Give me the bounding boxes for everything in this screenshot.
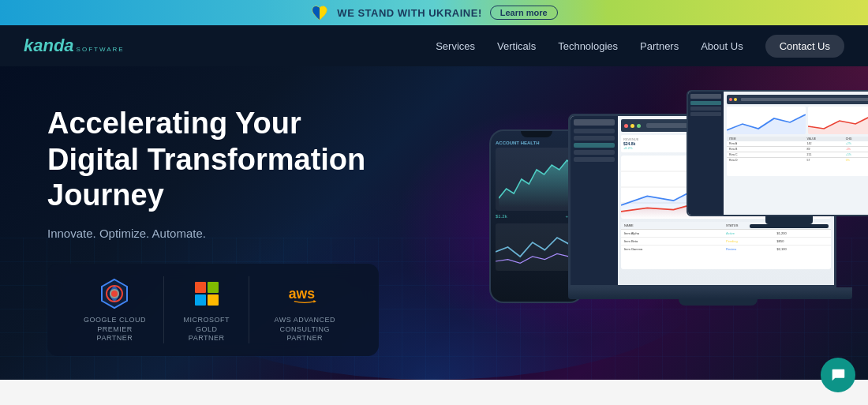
monitor-mockup: ITEM VALUE CHG Row A 142 +2% Row B 89 (687, 90, 868, 232)
nav-verticals[interactable]: Verticals (497, 40, 536, 52)
nav-links: Services Verticals Technologies Partners… (436, 35, 844, 58)
monitor-chart-2 (808, 107, 868, 134)
microsoft-label: MICROSOFTGOLD PARTNER (180, 316, 234, 343)
monitor-sidebar (688, 92, 724, 215)
ukraine-banner: WE STAND WITH UKRAINE! Learn more (0, 0, 868, 25)
svg-point-4 (111, 291, 118, 297)
nav-services[interactable]: Services (436, 40, 475, 52)
hero-subtitle: Innovate. Optimize. Automate. (47, 227, 395, 240)
hero-content: Accelerating Your Digital Transformation… (0, 90, 395, 356)
logo[interactable]: kanda SOFTWARE (24, 36, 125, 56)
nav-partners[interactable]: Partners (640, 40, 679, 52)
microsoft-logo (189, 276, 224, 311)
logo-subtext: SOFTWARE (77, 46, 125, 53)
svg-text:aws: aws (289, 286, 315, 302)
chat-icon (829, 366, 847, 384)
phone-stat-1: $1.2k (496, 214, 507, 219)
aws-partner: aws AWS ADVANCEDCONSULTING PARTNER (249, 276, 360, 343)
monitor-main: ITEM VALUE CHG Row A 142 +2% Row B 89 (724, 92, 868, 215)
aws-logo: aws (287, 276, 322, 311)
devices-area: ACCOUNT HEALTH (426, 82, 868, 374)
monitor-chart-1 (727, 107, 806, 134)
google-cloud-partner: GOOGLE CLOUDPREMIER PARTNER (66, 276, 164, 343)
nav-technologies[interactable]: Technologies (558, 40, 618, 52)
monitor-table: ITEM VALUE CHG Row A 142 +2% Row B 89 (727, 137, 868, 176)
google-cloud-logo (97, 276, 132, 311)
partner-badges: GOOGLE CLOUDPREMIER PARTNER MICROSOFTGOL… (47, 264, 379, 356)
chat-button[interactable] (821, 358, 855, 392)
banner-text: WE STAND WITH UKRAINE! (337, 7, 481, 19)
phone-notch (521, 131, 552, 137)
aws-label: AWS ADVANCEDCONSULTING PARTNER (265, 316, 344, 343)
nav-about-us[interactable]: About Us (701, 40, 743, 52)
logo-text: kanda (24, 36, 74, 56)
navbar: kanda SOFTWARE Services Verticals Techno… (0, 25, 868, 66)
monitor-stand (765, 216, 813, 224)
ukraine-heart-icon (310, 3, 329, 22)
monitor-charts (727, 107, 868, 134)
phone-header-text: ACCOUNT HEALTH (496, 141, 578, 145)
microsoft-partner: MICROSOFTGOLD PARTNER (164, 276, 250, 343)
laptop-stand (679, 299, 758, 306)
microsoft-icon (195, 282, 219, 306)
screen-sidebar (571, 116, 618, 285)
contact-us-button[interactable]: Contact Us (765, 35, 844, 58)
hero-title: Accelerating Your Digital Transformation… (47, 106, 395, 214)
phone-chart (496, 148, 578, 211)
google-cloud-icon (97, 276, 132, 311)
monitor-topbar (727, 95, 868, 104)
aws-icon: aws (287, 282, 322, 306)
bottom-strip (0, 380, 868, 405)
monitor-base (750, 224, 829, 228)
learn-more-button[interactable]: Learn more (490, 6, 558, 20)
hero-section: Accelerating Your Digital Transformation… (0, 66, 868, 380)
monitor-screen: ITEM VALUE CHG Row A 142 +2% Row B 89 (687, 90, 868, 216)
laptop-base (568, 287, 852, 299)
phone-stats: $1.2k +12% (496, 214, 578, 219)
google-cloud-label: GOOGLE CLOUDPREMIER PARTNER (82, 316, 148, 343)
